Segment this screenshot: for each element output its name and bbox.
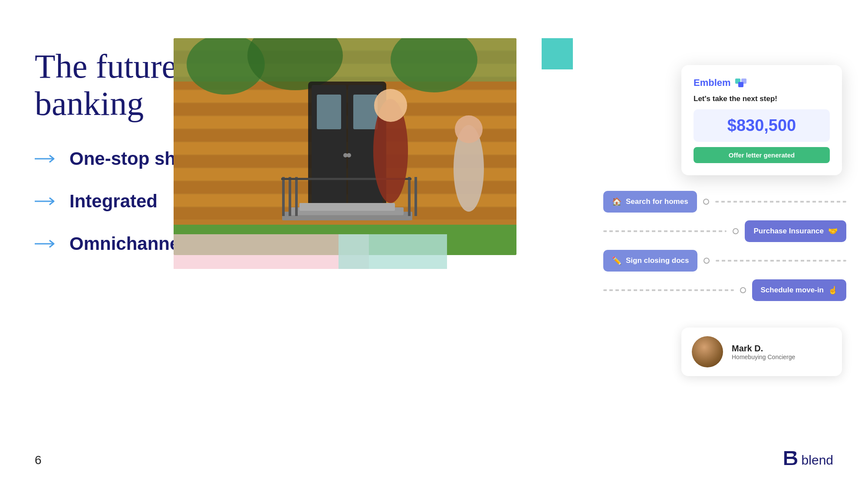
step-row-closing: ✏️ Sign closing docs — [603, 250, 846, 272]
step-label-movein: Schedule move-in — [761, 286, 824, 295]
svg-rect-37 — [414, 177, 417, 216]
step-row-search: 🏠 Search for homes — [603, 191, 846, 213]
agent-info: Mark D. Homebuying Concierge — [732, 344, 795, 360]
page-number: 6 — [35, 453, 42, 467]
price-box: $830,500 — [694, 109, 830, 142]
step-line-search — [715, 201, 846, 203]
agent-card: Mark D. Homebuying Concierge — [681, 328, 842, 376]
step-row-movein: Schedule move-in ☝️ — [603, 279, 846, 301]
step-row-insurance: Purchase Insurance 🤝 — [603, 220, 846, 242]
step-line-closing — [716, 260, 846, 262]
steps-container: 🏠 Search for homes Purchase Insurance 🤝 … — [603, 191, 846, 309]
handshake-icon: 🤝 — [828, 226, 838, 236]
step-line-movein-left — [603, 289, 734, 291]
step-label-search: Search for homes — [626, 197, 688, 206]
step-circle-insurance — [733, 228, 739, 234]
point-up-icon: ☝️ — [828, 285, 838, 295]
house-photo-bg — [174, 38, 516, 255]
step-circle-search — [703, 199, 709, 205]
svg-rect-36 — [408, 177, 411, 216]
svg-point-43 — [455, 115, 483, 143]
card-header: Emblem — [694, 77, 830, 88]
step-btn-insurance[interactable]: Purchase Insurance 🤝 — [745, 220, 846, 242]
emblem-brand-text: Emblem — [694, 77, 731, 88]
deco-cyan-block — [542, 38, 573, 69]
blend-logo: blend — [783, 449, 833, 471]
agent-role: Homebuying Concierge — [732, 354, 795, 360]
step-btn-search[interactable]: 🏠 Search for homes — [603, 191, 697, 213]
svg-rect-33 — [282, 177, 285, 216]
home-icon: 🏠 — [612, 197, 621, 206]
emblem-icon — [735, 78, 749, 88]
offer-btn[interactable]: Offer letter generated — [694, 147, 830, 163]
agent-name: Mark D. — [732, 344, 795, 354]
svg-point-29 — [347, 153, 351, 157]
svg-rect-34 — [289, 177, 291, 216]
svg-rect-27 — [353, 95, 378, 129]
agent-avatar — [692, 336, 723, 367]
card-subtitle: Let's take the next step! — [694, 95, 830, 103]
step-btn-closing[interactable]: ✏️ Sign closing docs — [603, 250, 697, 272]
step-label-closing: Sign closing docs — [626, 256, 689, 265]
svg-rect-46 — [738, 82, 743, 87]
blend-logo-icon — [783, 449, 798, 471]
pencil-icon: ✏️ — [612, 256, 621, 265]
svg-rect-35 — [295, 177, 298, 216]
agent-avatar-image — [692, 336, 723, 367]
blend-logo-text: blend — [802, 453, 833, 468]
emblem-card: Emblem Let's take the next step! $830,50… — [681, 65, 842, 175]
step-btn-movein[interactable]: Schedule move-in ☝️ — [752, 279, 846, 301]
step-label-insurance: Purchase Insurance — [753, 227, 824, 236]
step-circle-closing — [704, 258, 710, 264]
deco-teal-block — [339, 234, 447, 269]
arrow-icon-2 — [35, 197, 57, 206]
arrow-icon-1 — [35, 154, 57, 164]
price-value: $830,500 — [702, 116, 821, 135]
step-line-insurance-left — [603, 230, 727, 232]
svg-rect-32 — [299, 203, 395, 211]
svg-rect-26 — [317, 95, 341, 129]
step-circle-movein — [740, 287, 746, 293]
arrow-icon-3 — [35, 239, 57, 249]
house-image — [174, 38, 516, 255]
bullet-label-omnichannel: Omnichannel — [69, 233, 185, 254]
bullet-label-integrated: Integrated — [69, 191, 158, 212]
svg-point-41 — [374, 89, 407, 122]
